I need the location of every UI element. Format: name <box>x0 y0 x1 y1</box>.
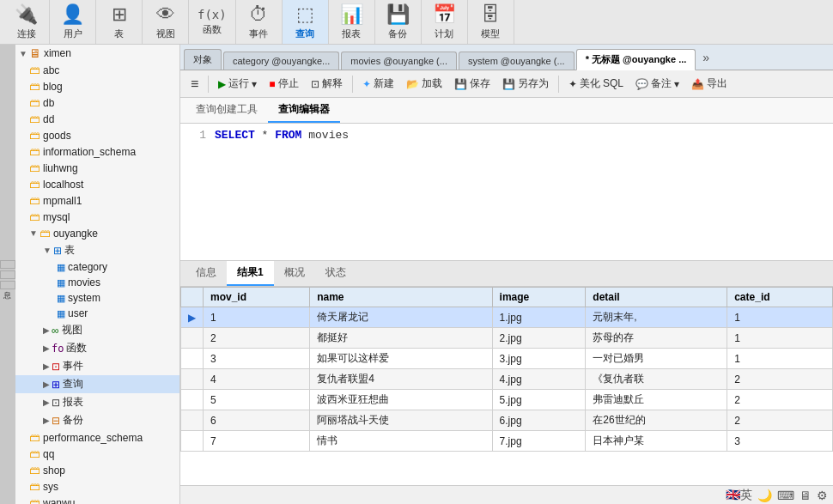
col-name[interactable]: name <box>310 288 492 307</box>
cell-name[interactable]: 阿丽塔战斗天使 <box>310 410 492 431</box>
cell-cate_id[interactable]: 3 <box>727 431 833 452</box>
sidebar-item-mpmall1[interactable]: 🗃 mpmall1 <box>15 192 179 209</box>
display-icon[interactable]: 🖥 <box>800 489 812 502</box>
sidebar-item-table-category[interactable]: ▦ category <box>15 259 179 275</box>
tab-movies[interactable]: movies @ouyangke (... <box>341 52 457 70</box>
results-tab-result1[interactable]: 结果1 <box>227 261 274 286</box>
toolbar-schedule[interactable]: 📅 计划 <box>422 0 468 44</box>
toolbar-model[interactable]: 🗄 模型 <box>468 0 514 44</box>
cell-name[interactable]: 如果可以这样爱 <box>310 349 492 369</box>
table-row[interactable]: 3如果可以这样爱3.jpg一对已婚男1 <box>181 349 833 369</box>
cell-detail[interactable]: 日本神户某 <box>586 431 727 452</box>
sql-editor[interactable]: 1 SELECT * FROM movies <box>180 124 833 261</box>
cell-name[interactable]: 都挺好 <box>310 328 492 349</box>
cell-name[interactable]: 复仇者联盟4 <box>310 369 492 390</box>
cell-mov_id[interactable]: 6 <box>204 410 310 431</box>
sidebar-item-wanwu[interactable]: 🗃 wanwu <box>15 495 179 504</box>
cell-image[interactable]: 4.jpg <box>492 369 586 390</box>
sidebar-item-table-user[interactable]: ▦ user <box>15 306 179 321</box>
table-row[interactable]: 4复仇者联盟44.jpg《复仇者联2 <box>181 369 833 390</box>
table-row[interactable]: 2都挺好2.jpg苏母的存1 <box>181 328 833 349</box>
cell-image[interactable]: 1.jpg <box>492 307 586 328</box>
cell-detail[interactable]: 在26世纪的 <box>586 410 727 431</box>
sidebar-item-goods[interactable]: 🗃 goods <box>15 127 179 143</box>
sub-tab-create-tool[interactable]: 查询创建工具 <box>185 98 268 123</box>
cell-name[interactable]: 情书 <box>310 431 492 452</box>
cell-cate_id[interactable]: 1 <box>727 307 833 328</box>
sidebar-item-events-folder[interactable]: ▶ ⊡ 事件 <box>15 357 179 375</box>
sidebar-item-reports-folder[interactable]: ▶ ⊡ 报表 <box>15 393 179 411</box>
run-button[interactable]: ▶ 运行 ▾ <box>213 75 262 93</box>
cell-cate_id[interactable]: 1 <box>727 328 833 349</box>
cell-cate_id[interactable]: 2 <box>727 369 833 390</box>
toolbar-user[interactable]: 👤 用户 <box>50 0 96 44</box>
save-button[interactable]: 💾 保存 <box>449 75 496 93</box>
toolbar-view[interactable]: 👁 视图 <box>143 0 189 44</box>
sidebar-item-backups-folder[interactable]: ▶ ⊟ 备份 <box>15 411 179 429</box>
comment-button[interactable]: 💬 备注 ▾ <box>630 75 684 93</box>
sidebar-item-table-system[interactable]: ▦ system <box>15 290 179 306</box>
sub-tab-query-editor[interactable]: 查询编辑器 <box>268 98 340 123</box>
side-btn-2[interactable]: 设 <box>0 270 15 279</box>
table-row[interactable]: ▶1倚天屠龙记1.jpg元朝末年,1 <box>181 307 833 328</box>
tab-object[interactable]: 对象 <box>184 49 222 70</box>
col-mov-id[interactable]: mov_id <box>204 288 310 307</box>
cell-detail[interactable]: 《复仇者联 <box>586 369 727 390</box>
sidebar-item-db[interactable]: 🗃 db <box>15 94 179 111</box>
save-as-button[interactable]: 💾 另存为 <box>497 75 554 93</box>
sidebar-item-views-folder[interactable]: ▶ ∞ 视图 <box>15 321 179 339</box>
table-row[interactable]: 5波西米亚狂想曲5.jpg弗雷迪默丘2 <box>181 390 833 410</box>
cell-image[interactable]: 2.jpg <box>492 328 586 349</box>
cell-detail[interactable]: 弗雷迪默丘 <box>586 390 727 410</box>
sidebar-item-localhost[interactable]: 🗃 localhost <box>15 176 179 192</box>
toolbar-table[interactable]: ⊞ 表 <box>96 0 143 44</box>
settings-icon[interactable]: ⚙ <box>817 489 828 502</box>
tab-untitled[interactable]: * 无标题 @ouyangke ... <box>576 49 696 70</box>
col-detail[interactable]: detail <box>586 288 727 307</box>
cell-mov_id[interactable]: 4 <box>204 369 310 390</box>
sidebar-item-ximen[interactable]: ▼ 🖥 ximen <box>15 45 179 62</box>
results-tab-status[interactable]: 状态 <box>315 261 356 286</box>
table-row[interactable]: 7情书7.jpg日本神户某3 <box>181 431 833 452</box>
export-button[interactable]: 📤 导出 <box>686 75 733 93</box>
cell-image[interactable]: 7.jpg <box>492 431 586 452</box>
side-btn-1[interactable]: 务 <box>0 260 15 269</box>
sidebar-item-sys[interactable]: 🗃 sys <box>15 478 179 495</box>
sidebar-item-queries-folder[interactable]: ▶ ⊞ 查询 <box>15 375 179 393</box>
add-button[interactable]: 📂 加载 <box>401 75 447 93</box>
sidebar-item-shop[interactable]: 🗃 shop <box>15 462 179 478</box>
table-row[interactable]: 6阿丽塔战斗天使6.jpg在26世纪的2 <box>181 410 833 431</box>
sidebar-item-performance-schema[interactable]: 🗃 performance_schema <box>15 429 179 446</box>
menu-button[interactable]: ≡ <box>185 75 204 94</box>
cell-mov_id[interactable]: 2 <box>204 328 310 349</box>
cell-cate_id[interactable]: 2 <box>727 410 833 431</box>
cell-mov_id[interactable]: 1 <box>204 307 310 328</box>
cell-mov_id[interactable]: 7 <box>204 431 310 452</box>
sidebar-item-table-movies[interactable]: ▦ movies <box>15 275 179 290</box>
cell-image[interactable]: 6.jpg <box>492 410 586 431</box>
cell-name[interactable]: 波西米亚狂想曲 <box>310 390 492 410</box>
cell-detail[interactable]: 苏母的存 <box>586 328 727 349</box>
moon-icon[interactable]: 🌙 <box>757 489 772 502</box>
new-button[interactable]: ✦ 新建 <box>357 75 399 93</box>
toolbar-backup[interactable]: 💾 备份 <box>375 0 422 44</box>
toolbar-report[interactable]: 📊 报表 <box>329 0 375 44</box>
cell-mov_id[interactable]: 3 <box>204 349 310 369</box>
sidebar-item-information-schema[interactable]: 🗃 information_schema <box>15 143 179 160</box>
results-tab-info[interactable]: 信息 <box>185 261 227 286</box>
toolbar-connect[interactable]: 🔌 连接 <box>3 0 50 44</box>
cell-cate_id[interactable]: 1 <box>727 349 833 369</box>
tab-system[interactable]: system @ouyangke (... <box>459 52 575 70</box>
sidebar-item-mysql[interactable]: 🗃 mysql <box>15 209 179 225</box>
cell-name[interactable]: 倚天屠龙记 <box>310 307 492 328</box>
col-cate-id[interactable]: cate_id <box>727 288 833 307</box>
beautify-button[interactable]: ✦ 美化 SQL <box>563 75 629 93</box>
tab-category[interactable]: category @ouyangke... <box>223 52 339 70</box>
toolbar-event[interactable]: ⏱ 事件 <box>236 0 283 44</box>
sidebar-item-blog[interactable]: 🗃 blog <box>15 78 179 94</box>
sidebar-item-liuhwng[interactable]: 🗃 liuhwng <box>15 160 179 176</box>
sidebar-item-dd[interactable]: 🗃 dd <box>15 111 179 127</box>
cell-image[interactable]: 3.jpg <box>492 349 586 369</box>
stop-button[interactable]: ■ 停止 <box>264 75 303 93</box>
sidebar-item-qq[interactable]: 🗃 qq <box>15 446 179 462</box>
